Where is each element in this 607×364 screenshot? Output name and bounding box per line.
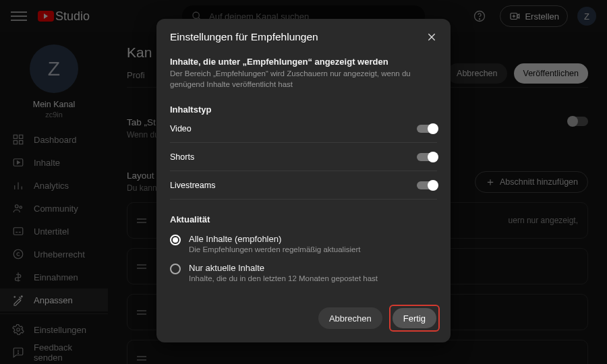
type-video-label: Video xyxy=(170,124,192,133)
recency-heading: Aktualität xyxy=(170,214,437,224)
type-livestreams-switch[interactable] xyxy=(417,181,437,189)
radio-icon xyxy=(170,235,181,245)
radio-recent-content[interactable]: Nur aktuelle Inhalte Inhalte, die du in … xyxy=(170,263,437,282)
dialog-title: Einstellungen für Empfehlungen xyxy=(170,31,318,43)
type-shorts-label: Shorts xyxy=(170,152,194,162)
radio-recent-label: Nur aktuelle Inhalte xyxy=(189,263,378,273)
dialog-done-highlight: Fertig xyxy=(389,305,440,332)
type-shorts-switch[interactable] xyxy=(417,153,437,161)
radio-recent-sub: Inhalte, die du in den letzten 12 Monate… xyxy=(189,274,378,282)
close-button[interactable] xyxy=(426,32,437,42)
dialog-done-button[interactable]: Fertig xyxy=(393,308,436,328)
dialog-cancel-button[interactable]: Abbrechen xyxy=(318,307,382,329)
type-video-switch[interactable] xyxy=(417,125,437,133)
radio-all-content[interactable]: Alle Inhalte (empfohlen) Die Empfehlunge… xyxy=(170,234,437,253)
radio-all-sub: Die Empfehlungen werden regelmäßig aktua… xyxy=(189,245,360,253)
dialog-section1-desc: Der Bereich „Empfehlungen“ wird Zuschaue… xyxy=(170,69,437,90)
close-icon xyxy=(426,32,437,42)
dialog-section1-title: Inhalte, die unter „Empfehlungen“ angeze… xyxy=(170,57,437,67)
type-livestreams-label: Livestreams xyxy=(170,181,215,190)
radio-icon xyxy=(170,264,181,274)
content-type-heading: Inhaltstyp xyxy=(170,104,437,115)
radio-all-label: Alle Inhalte (empfohlen) xyxy=(189,234,360,244)
recommendations-dialog: Einstellungen für Empfehlungen Inhalte, … xyxy=(156,19,451,342)
